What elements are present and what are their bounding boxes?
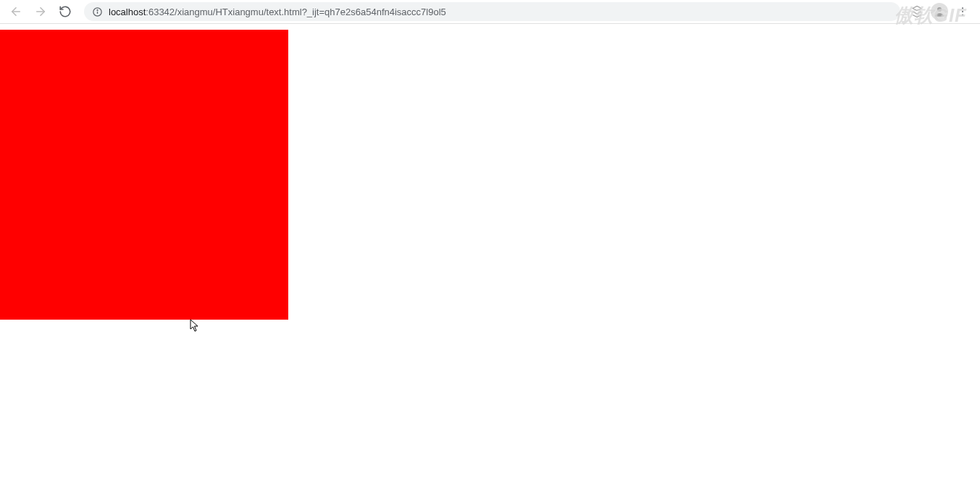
- url-text: localhost:63342/xiangmu/HTxiangmu/text.h…: [109, 7, 446, 17]
- page-content: [0, 24, 980, 482]
- red-box: [0, 30, 288, 320]
- reload-button[interactable]: [55, 1, 75, 22]
- arrow-right-icon: [34, 5, 47, 18]
- back-button[interactable]: [6, 1, 26, 22]
- profile-avatar[interactable]: [931, 3, 948, 20]
- extension-icon[interactable]: [909, 4, 925, 20]
- info-icon: [91, 6, 103, 17]
- browser-toolbar: localhost:63342/xiangmu/HTxiangmu/text.h…: [0, 0, 980, 24]
- svg-point-8: [962, 14, 963, 16]
- dots-vertical-icon: [957, 6, 968, 17]
- person-icon: [933, 5, 946, 18]
- url-path: :63342/xiangmu/HTxiangmu/text.html?_ijt=…: [146, 7, 445, 17]
- reload-icon: [59, 5, 72, 18]
- toolbar-right: [909, 3, 974, 20]
- address-bar[interactable]: localhost:63342/xiangmu/HTxiangmu/text.h…: [84, 2, 900, 21]
- svg-point-6: [962, 7, 963, 9]
- svg-point-5: [937, 7, 942, 12]
- menu-button[interactable]: [954, 3, 971, 20]
- svg-point-4: [97, 9, 98, 10]
- arrow-left-icon: [9, 5, 22, 18]
- svg-point-7: [962, 11, 963, 12]
- url-host: localhost: [109, 7, 146, 17]
- forward-button[interactable]: [30, 1, 51, 22]
